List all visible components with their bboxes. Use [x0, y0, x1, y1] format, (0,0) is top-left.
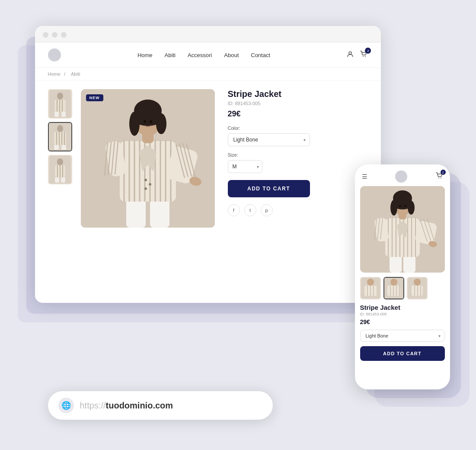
svg-point-2 — [365, 56, 366, 57]
cart-icon-button[interactable]: 2 — [360, 50, 367, 60]
cart-badge: 2 — [365, 48, 371, 54]
svg-rect-18 — [54, 145, 59, 150]
mobile-cart-badge: 2 — [441, 170, 446, 175]
add-to-cart-button[interactable]: ADD TO CART — [228, 180, 310, 197]
svg-rect-27 — [61, 177, 65, 183]
browser-chrome — [35, 26, 381, 42]
product-info: Stripe Jacket ID: 881453-005 29€ Color: … — [224, 89, 368, 290]
site-logo — [48, 48, 61, 61]
color-select[interactable]: Light Bone White Black — [228, 133, 310, 146]
thumbnail-1[interactable] — [48, 89, 72, 119]
svg-rect-5 — [54, 100, 66, 112]
svg-point-64 — [144, 179, 147, 181]
nav-link-accessori[interactable]: Accessori — [188, 52, 212, 58]
svg-point-62 — [144, 120, 146, 123]
size-label: Size: — [228, 152, 368, 158]
size-select-wrapper: XS S M L XL — [228, 160, 262, 173]
facebook-icon[interactable]: f — [228, 204, 240, 216]
main-product-image: NEW — [81, 89, 215, 228]
svg-rect-26 — [55, 177, 59, 183]
mobile-add-to-cart-button[interactable]: ADD TO CART — [360, 346, 445, 361]
svg-point-60 — [129, 112, 140, 136]
mobile-product-price: 29€ — [360, 318, 445, 325]
color-label: Color: — [228, 125, 368, 131]
svg-rect-108 — [387, 286, 400, 296]
nav-links: Home Abiti Accessori About Contact — [137, 52, 270, 58]
url-domain: tuodominio.com — [106, 401, 173, 410]
svg-point-1 — [363, 56, 364, 57]
nav-icons: 2 — [347, 50, 367, 60]
size-select[interactable]: XS S M L XL — [228, 160, 262, 173]
mobile-main-image — [360, 186, 445, 273]
mobile-product-title: Stripe Jacket — [360, 304, 445, 311]
nav-link-contact[interactable]: Contact — [251, 52, 270, 58]
mobile-logo — [395, 170, 407, 183]
url-protocol: https:// — [80, 401, 106, 410]
thumbnail-3[interactable] — [48, 155, 72, 184]
svg-point-21 — [57, 158, 63, 165]
social-icons: f t p — [228, 204, 368, 216]
product-id: ID: 881453-005 — [228, 101, 368, 106]
svg-rect-115 — [412, 286, 423, 296]
mobile-thumbnails — [355, 277, 450, 299]
new-badge: NEW — [86, 94, 103, 101]
mobile-thumbnail-1[interactable] — [360, 277, 381, 299]
desktop-browser: Home Abiti Accessori About Contact 2 — [35, 26, 381, 303]
product-area: NEW — [35, 80, 381, 299]
color-select-wrapper: Light Bone White Black — [228, 133, 310, 146]
user-icon-button[interactable] — [347, 51, 354, 59]
svg-point-96 — [390, 200, 397, 215]
browser-dot-green — [61, 32, 67, 38]
mobile-thumbnail-2[interactable] — [383, 277, 404, 299]
thumbnail-2[interactable] — [48, 122, 72, 151]
mobile-product-id: ID: 881453-005 — [360, 312, 445, 316]
mobile-color-select[interactable]: Light Bone White Black — [360, 330, 445, 342]
hamburger-icon[interactable]: ☰ — [362, 173, 367, 180]
nav-link-about[interactable]: About — [224, 52, 239, 58]
svg-point-12 — [57, 125, 63, 132]
mobile-color-select-wrapper: Light Bone White Black — [360, 330, 445, 342]
svg-point-99 — [404, 205, 406, 207]
breadcrumb: Home / Abiti — [35, 68, 381, 80]
svg-point-61 — [156, 113, 166, 134]
browser-dot-red — [43, 32, 48, 38]
site-nav: Home Abiti Accessori About Contact 2 — [35, 42, 381, 68]
url-text: https://tuodominio.com — [80, 401, 173, 411]
svg-rect-19 — [61, 145, 66, 150]
nav-link-abiti[interactable]: Abiti — [165, 52, 176, 58]
url-bar: 🌐 https://tuodominio.com — [48, 391, 273, 420]
mobile-device: ☰ 2 — [355, 164, 450, 389]
svg-point-101 — [367, 279, 374, 286]
browser-dot-yellow — [52, 32, 58, 38]
product-title: Stripe Jacket — [228, 89, 368, 99]
mobile-nav: ☰ 2 — [355, 164, 450, 186]
breadcrumb-separator: / — [64, 71, 65, 77]
svg-point-4 — [57, 93, 63, 100]
svg-rect-10 — [61, 112, 66, 117]
svg-point-98 — [399, 205, 401, 207]
mobile-product-info: Stripe Jacket ID: 881453-005 29€ Light B… — [355, 304, 450, 361]
breadcrumb-current: Abiti — [71, 71, 80, 77]
globe-icon: 🌐 — [58, 398, 74, 413]
mobile-thumbnail-3[interactable] — [407, 277, 428, 299]
mobile-cart-icon-button[interactable]: 2 — [435, 172, 443, 181]
svg-point-68 — [441, 178, 441, 179]
nav-link-home[interactable]: Home — [137, 52, 153, 58]
browser-content: Home Abiti Accessori About Contact 2 — [35, 42, 381, 299]
svg-point-107 — [390, 279, 397, 286]
pinterest-icon[interactable]: p — [261, 204, 273, 216]
svg-point-63 — [150, 120, 152, 123]
product-price: 29€ — [228, 109, 368, 119]
svg-point-114 — [414, 279, 421, 286]
twitter-icon[interactable]: t — [244, 204, 256, 216]
svg-point-65 — [149, 183, 151, 186]
svg-point-97 — [408, 201, 415, 215]
svg-point-67 — [438, 178, 439, 179]
svg-rect-9 — [54, 112, 59, 117]
breadcrumb-home[interactable]: Home — [48, 71, 61, 77]
svg-point-0 — [349, 52, 351, 55]
svg-point-66 — [144, 187, 147, 190]
thumbnail-column — [48, 89, 72, 290]
